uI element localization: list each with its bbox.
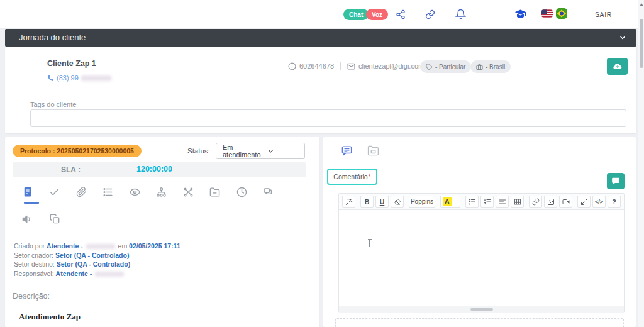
page-scrollbar[interactable] [638, 0, 644, 327]
details-document-icon[interactable] [21, 185, 35, 199]
tags-input[interactable] [30, 109, 626, 127]
sector-destination-value: Setor (QA - Controlado) [57, 260, 130, 268]
eraser-icon[interactable] [391, 196, 404, 208]
insert-image-icon[interactable] [544, 196, 557, 208]
bold-button[interactable]: B [360, 196, 374, 208]
scrollbar-thumb[interactable] [640, 19, 643, 68]
help-button[interactable]: ? [608, 196, 621, 208]
tags-label: Tags do cliente [30, 101, 76, 108]
created-by-label: Criado por [14, 242, 45, 250]
client-card: Cliente Zap 1 (83) 99 602644678 clientez… [5, 47, 636, 133]
send-comment-button[interactable] [607, 173, 625, 189]
tag-icon [426, 64, 433, 70]
redacted-agent-name [86, 244, 115, 249]
sla-label: SLA : [61, 165, 80, 174]
insert-video-icon[interactable] [559, 196, 572, 208]
divider [13, 287, 312, 287]
client-email: clientezapl@digi.com [358, 62, 424, 70]
created-by-line: Criado por Atendente - em 02/05/2025 17:… [14, 241, 180, 251]
editor-resize-handle[interactable] [339, 306, 624, 313]
created-at-datetime: 02/05/2025 17:11 [129, 242, 180, 250]
client-name: Cliente Zap 1 [47, 59, 96, 68]
responsible-label: Responsável: [14, 270, 54, 277]
chevron-down-icon[interactable] [619, 34, 626, 42]
mail-icon [347, 62, 355, 70]
org-hierarchy-icon[interactable] [155, 185, 169, 199]
watch-eye-icon[interactable] [128, 185, 142, 199]
code-view-button[interactable]: </> [592, 196, 606, 208]
ticket-toolbar [21, 185, 275, 199]
description-label: Descrição: [13, 292, 50, 301]
client-country-label: - Brasil [486, 64, 505, 70]
top-bar: Chat Voz SAIR [0, 0, 644, 29]
task-list-icon[interactable] [101, 185, 115, 199]
client-phone-row: (83) 99 [47, 74, 111, 82]
active-tab-indicator [24, 202, 39, 204]
underline-button[interactable]: U [375, 196, 389, 208]
client-type-label: - Particular [435, 64, 465, 70]
numbered-list-icon[interactable] [480, 196, 494, 208]
fullscreen-icon[interactable] [577, 196, 591, 208]
tab-comments[interactable] [340, 143, 353, 157]
chat-channel-button[interactable]: Chat [343, 9, 369, 20]
file-dropzone[interactable] [335, 318, 624, 327]
required-asterisk: * [369, 173, 371, 180]
rich-text-editor: B U Poppins A [338, 193, 625, 313]
journey-header-bar[interactable]: Jornada do cliente [5, 29, 636, 47]
created-at-connector: em [118, 242, 128, 250]
folder-icon[interactable] [208, 185, 222, 199]
sector-creator-label: Setor criador: [14, 252, 53, 259]
share-network-icon[interactable] [396, 9, 406, 19]
client-phone: (83) 99 [57, 74, 79, 82]
voice-channel-button[interactable]: Voz [366, 9, 388, 20]
chat-bubbles-icon[interactable] [262, 185, 275, 199]
insert-link-icon[interactable] [529, 196, 542, 208]
journey-title: Jornada do cliente [19, 29, 86, 47]
ticket-toolbar-secondary [22, 214, 62, 226]
ticket-info-block: Criado por Atendente - em 02/05/2025 17:… [14, 241, 180, 278]
chevron-down-icon [261, 148, 304, 155]
check-icon[interactable] [48, 185, 62, 199]
notifications-bell-icon[interactable] [455, 9, 466, 19]
info-icon [288, 62, 296, 70]
magic-wand-icon[interactable] [342, 196, 355, 208]
status-select[interactable]: Em atendimento [216, 143, 305, 159]
scroll-up-arrow[interactable] [640, 3, 643, 6]
created-by-agent: Atendente - [47, 242, 83, 250]
protocol-badge: Protocolo : 202505021702530000005 [13, 145, 142, 157]
bullet-list-icon[interactable] [465, 196, 479, 208]
table-icon[interactable] [511, 196, 524, 208]
usa-flag-icon[interactable] [541, 9, 553, 18]
sla-timer-value: 120:00:00 [136, 165, 172, 174]
logout-link[interactable]: SAIR [595, 11, 612, 18]
brazil-flag-icon[interactable] [556, 8, 567, 19]
link-icon[interactable] [425, 9, 435, 19]
redacted-agent-name [95, 272, 124, 277]
editor-content-area[interactable] [339, 210, 624, 306]
sector-creator-line: Setor criador: Setor (QA - Controlado) [14, 251, 180, 260]
chat-bubble-icon [611, 177, 620, 186]
split-scissors-icon[interactable] [181, 185, 195, 199]
cloud-export-button[interactable] [607, 58, 628, 75]
align-text-icon[interactable] [496, 196, 509, 208]
client-contact-row: 602644678 clientezapl@digi.com [288, 62, 424, 70]
attachment-paperclip-icon[interactable] [74, 185, 88, 199]
status-label: Status: [187, 147, 210, 155]
description-text: Atendimento Zap [19, 312, 80, 322]
speaker-volume-icon[interactable] [22, 214, 35, 226]
divider [13, 233, 312, 233]
font-color-button[interactable]: A [440, 196, 460, 208]
training-graduation-icon[interactable] [514, 8, 526, 20]
font-family-select[interactable]: Poppins [409, 196, 435, 208]
responsible-line: Responsável: Atendente - [14, 269, 180, 279]
ticket-panel: Protocolo : 202505021702530000005 Status… [5, 137, 319, 327]
copy-clipboard-icon[interactable] [50, 214, 62, 226]
status-value: Em atendimento [216, 143, 261, 158]
comment-field-label: Comentário * [327, 169, 377, 185]
history-clock-icon[interactable] [235, 185, 248, 199]
text-cursor [369, 239, 370, 247]
resize-grip [470, 308, 493, 311]
font-color-letter: A [443, 197, 452, 206]
divider [340, 62, 341, 70]
tab-files-folder-icon[interactable] [366, 143, 380, 157]
